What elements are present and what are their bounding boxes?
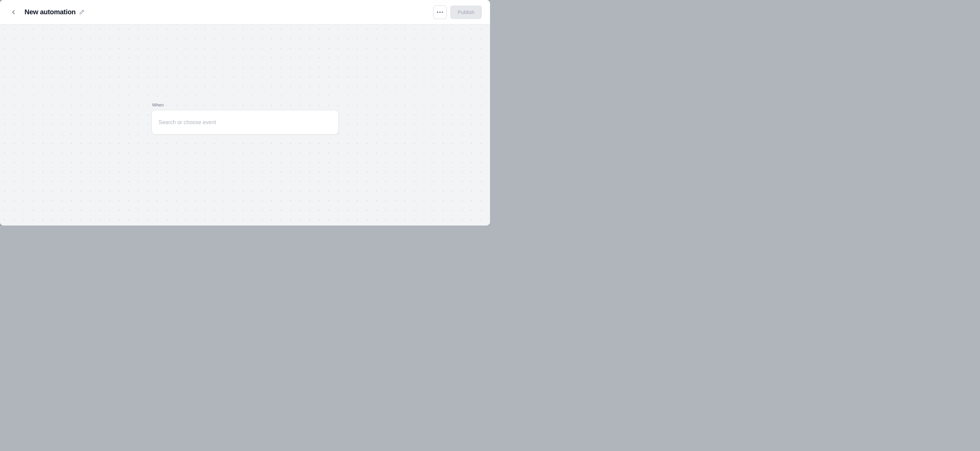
page-title: New automation <box>24 8 76 16</box>
more-options-button[interactable] <box>433 5 447 19</box>
title-area: New automation <box>24 8 85 16</box>
main-canvas: When Search or choose event <box>0 24 490 226</box>
event-search-placeholder: Search or choose event <box>159 119 216 125</box>
svg-point-0 <box>437 11 438 13</box>
header-right: Publish <box>433 5 482 19</box>
header-left: New automation <box>8 7 85 18</box>
svg-point-1 <box>439 11 441 13</box>
app-window: New automation Publish <box>0 0 490 226</box>
publish-button[interactable]: Publish <box>450 5 482 19</box>
svg-point-2 <box>442 11 443 13</box>
edit-icon[interactable] <box>79 9 85 15</box>
header: New automation Publish <box>0 0 490 24</box>
event-search-box[interactable]: Search or choose event <box>151 110 339 134</box>
canvas-content: When Search or choose event <box>151 102 339 134</box>
when-label: When <box>152 102 164 107</box>
back-button[interactable] <box>8 7 19 18</box>
